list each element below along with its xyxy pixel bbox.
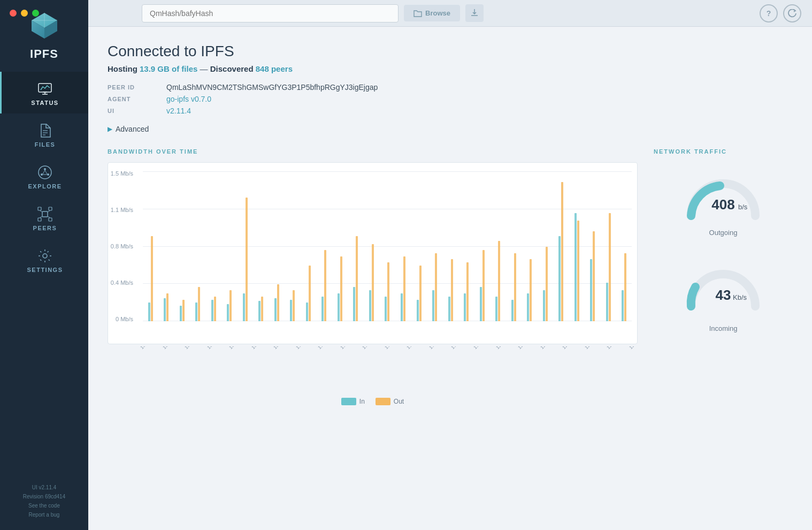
- status-subtitle: Hosting 13.9 GB of files — Discovered 84…: [108, 64, 793, 73]
- svg-point-28: [43, 254, 47, 258]
- header-left: Browse: [142, 4, 760, 22]
- bar-out-29: [609, 213, 611, 321]
- footer-revision: Revision 69cd414: [23, 492, 66, 501]
- y-label-4: 0 Mb/s: [116, 316, 133, 322]
- bar-group-8: [269, 171, 285, 321]
- bar-in-15: [385, 297, 387, 321]
- sidebar-item-explore[interactable]: EXPLORE: [0, 155, 88, 197]
- svg-point-14: [41, 173, 43, 176]
- x-label-3: 10:35 am: [206, 346, 224, 350]
- svg-point-13: [44, 168, 46, 170]
- bar-in-25: [543, 290, 545, 321]
- bar-group-12: [332, 171, 348, 321]
- bar-in-22: [495, 297, 497, 321]
- bar-in-7: [258, 301, 261, 321]
- x-label-21: 12:41 pm: [606, 346, 624, 350]
- bar-in-3: [195, 302, 197, 321]
- agent-value[interactable]: go-ipfs v0.7.0: [166, 95, 793, 103]
- bar-in-6: [243, 293, 245, 321]
- ui-value[interactable]: v2.11.4: [166, 107, 793, 115]
- bar-out-2: [182, 300, 185, 321]
- sidebar: IPFS STATUS: [0, 0, 88, 530]
- header-right: ?: [760, 4, 801, 22]
- app-titlebar: Browse ?: [88, 0, 812, 27]
- x-label-13: 11:45 am: [428, 346, 446, 350]
- bar-in-0: [148, 302, 150, 321]
- bar-out-6: [246, 198, 248, 321]
- refresh-button[interactable]: [783, 4, 801, 22]
- bar-group-21: [474, 171, 490, 321]
- footer-report-bug-link[interactable]: Report a bug: [29, 512, 60, 518]
- maximize-button[interactable]: [32, 10, 39, 17]
- bar-in-26: [558, 236, 561, 321]
- status-title: Connected to IPFS: [108, 43, 793, 60]
- x-label-0: 10:14 am: [139, 346, 157, 350]
- bar-out-12: [340, 256, 342, 321]
- peers-icon: [37, 207, 52, 222]
- bar-group-4: [206, 171, 221, 321]
- peer-id-value: QmLaShMVN9CM2TShGMSwGfYG3P1P5bfhpRGgYJ3i…: [166, 83, 793, 92]
- x-label-16: 12:06 pm: [495, 346, 513, 350]
- bar-out-8: [277, 284, 279, 321]
- bar-in-18: [432, 290, 434, 321]
- legend-out-label: Out: [394, 398, 404, 405]
- content-area: Connected to IPFS Hosting 13.9 GB of fil…: [88, 27, 812, 530]
- download-button[interactable]: [465, 4, 484, 22]
- bar-in-28: [590, 259, 592, 321]
- svg-point-15: [47, 173, 49, 176]
- agent-label: AGENT: [108, 95, 161, 103]
- bar-out-0: [151, 236, 153, 321]
- help-button[interactable]: ?: [760, 4, 778, 22]
- chart-x-labels-container: 10:14 am10:21 am10:28 am10:35 am10:42 am…: [137, 346, 638, 378]
- incoming-gauge-wrapper: 43 Kb/s Incoming: [654, 253, 793, 332]
- sidebar-item-peers[interactable]: PEERS: [0, 197, 88, 239]
- bar-group-1: [159, 171, 174, 321]
- bar-in-19: [448, 297, 450, 321]
- bar-in-29: [606, 283, 608, 321]
- window-controls: [10, 10, 39, 17]
- bar-group-22: [490, 171, 505, 321]
- bar-group-27: [569, 171, 585, 321]
- outgoing-gauge: 408 b/s: [675, 162, 771, 226]
- hosting-label: Hosting: [108, 64, 137, 73]
- footer-see-code-link[interactable]: See the code: [28, 503, 60, 509]
- chart-y-labels: 1.5 Mb/s 1.1 Mb/s 0.8 Mb/s 0.4 Mb/s 0 Mb…: [108, 170, 137, 322]
- bar-in-9: [290, 300, 292, 321]
- bar-group-23: [506, 171, 522, 321]
- bar-group-29: [601, 171, 616, 321]
- bar-group-10: [301, 171, 316, 321]
- minimize-button[interactable]: [21, 10, 28, 17]
- sidebar-item-settings-label: SETTINGS: [27, 267, 63, 273]
- bar-group-6: [238, 171, 253, 321]
- x-label-5: 10:49 am: [250, 346, 269, 350]
- bar-group-14: [364, 171, 379, 321]
- bar-in-14: [369, 290, 371, 321]
- bar-group-15: [380, 171, 395, 321]
- sidebar-item-status[interactable]: STATUS: [0, 72, 88, 113]
- x-label-19: 12:27 pm: [561, 346, 579, 350]
- sidebar-item-files-label: FILES: [35, 141, 56, 148]
- bar-out-3: [198, 287, 200, 321]
- svg-text:Kb/s: Kb/s: [733, 293, 747, 301]
- close-button[interactable]: [10, 10, 17, 17]
- bar-in-21: [480, 287, 482, 321]
- sidebar-item-settings[interactable]: SETTINGS: [0, 239, 88, 281]
- footer-version: UI v2.11.4: [23, 483, 66, 492]
- sidebar-item-files[interactable]: FILES: [0, 113, 88, 155]
- incoming-gauge: 43 Kb/s: [675, 253, 771, 322]
- bar-in-27: [574, 213, 577, 321]
- browse-button[interactable]: Browse: [404, 5, 460, 21]
- bar-out-16: [403, 256, 405, 321]
- x-label-15: 11:59 am: [472, 346, 491, 350]
- bar-out-23: [514, 253, 516, 321]
- legend-in-label: In: [359, 398, 365, 405]
- x-label-18: 12:20 pm: [539, 346, 557, 350]
- ui-label: UI: [108, 107, 161, 115]
- sidebar-item-status-label: STATUS: [31, 100, 58, 106]
- discovered-label: Discovered: [210, 64, 254, 73]
- advanced-toggle[interactable]: ▶ Advanced: [108, 125, 793, 133]
- bar-out-25: [546, 247, 548, 321]
- svg-text:43: 43: [716, 287, 731, 303]
- advanced-arrow-icon: ▶: [108, 125, 112, 133]
- search-input[interactable]: [142, 4, 399, 22]
